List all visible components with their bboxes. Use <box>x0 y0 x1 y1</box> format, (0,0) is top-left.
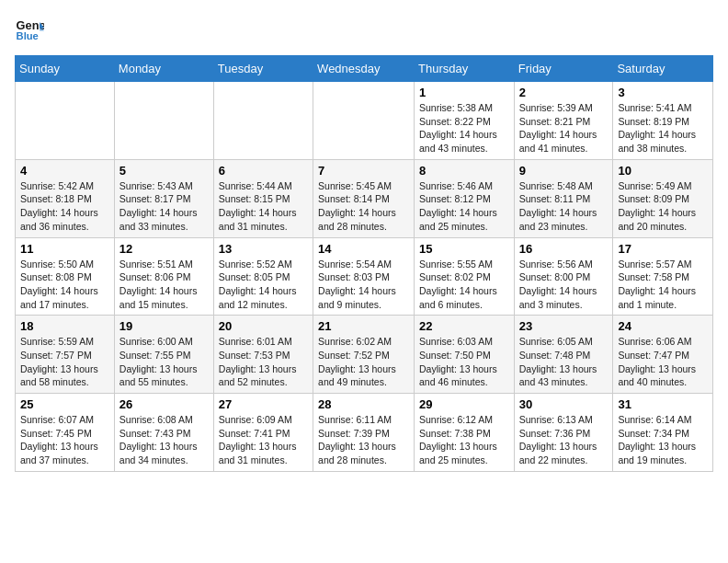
day-cell: 20Sunrise: 6:01 AM Sunset: 7:53 PM Dayli… <box>213 316 313 394</box>
day-cell: 27Sunrise: 6:09 AM Sunset: 7:41 PM Dayli… <box>213 394 313 472</box>
day-info: Sunrise: 6:11 AM Sunset: 7:39 PM Dayligh… <box>318 413 409 467</box>
day-number: 5 <box>119 164 209 178</box>
day-cell: 10Sunrise: 5:49 AM Sunset: 8:09 PM Dayli… <box>613 159 713 237</box>
calendar-table: SundayMondayTuesdayWednesdayThursdayFrid… <box>15 55 713 472</box>
day-info: Sunrise: 6:14 AM Sunset: 7:34 PM Dayligh… <box>618 413 708 467</box>
week-row-1: 4Sunrise: 5:42 AM Sunset: 8:18 PM Daylig… <box>16 159 713 237</box>
header-tuesday: Tuesday <box>213 56 313 82</box>
week-row-4: 25Sunrise: 6:07 AM Sunset: 7:45 PM Dayli… <box>16 394 713 472</box>
day-info: Sunrise: 6:03 AM Sunset: 7:50 PM Dayligh… <box>419 335 509 389</box>
day-info: Sunrise: 6:01 AM Sunset: 7:53 PM Dayligh… <box>219 335 308 389</box>
day-info: Sunrise: 6:00 AM Sunset: 7:55 PM Dayligh… <box>119 335 209 389</box>
day-info: Sunrise: 5:44 AM Sunset: 8:15 PM Dayligh… <box>219 179 308 234</box>
day-cell: 5Sunrise: 5:43 AM Sunset: 8:17 PM Daylig… <box>114 159 213 237</box>
day-number: 9 <box>519 164 609 178</box>
day-number: 15 <box>419 242 509 256</box>
day-number: 20 <box>219 319 308 333</box>
day-cell <box>16 82 115 160</box>
day-cell: 9Sunrise: 5:48 AM Sunset: 8:11 PM Daylig… <box>514 159 613 237</box>
day-number: 22 <box>419 319 509 333</box>
day-info: Sunrise: 5:41 AM Sunset: 8:19 PM Dayligh… <box>618 101 708 155</box>
day-number: 28 <box>318 397 409 411</box>
day-number: 16 <box>519 242 609 256</box>
day-info: Sunrise: 6:09 AM Sunset: 7:41 PM Dayligh… <box>219 413 308 467</box>
day-number: 23 <box>519 319 609 333</box>
day-cell: 15Sunrise: 5:55 AM Sunset: 8:02 PM Dayli… <box>415 237 515 316</box>
day-number: 2 <box>519 86 609 99</box>
svg-text:Blue: Blue <box>17 30 39 41</box>
day-cell: 31Sunrise: 6:14 AM Sunset: 7:34 PM Dayli… <box>613 394 713 472</box>
header-wednesday: Wednesday <box>313 56 415 82</box>
day-cell: 19Sunrise: 6:00 AM Sunset: 7:55 PM Dayli… <box>114 316 213 394</box>
day-cell <box>213 82 313 160</box>
day-info: Sunrise: 6:02 AM Sunset: 7:52 PM Dayligh… <box>318 335 409 389</box>
day-number: 25 <box>20 397 109 411</box>
day-info: Sunrise: 5:39 AM Sunset: 8:21 PM Dayligh… <box>519 101 609 155</box>
day-number: 8 <box>419 164 509 178</box>
day-info: Sunrise: 5:56 AM Sunset: 8:00 PM Dayligh… <box>519 258 609 312</box>
day-info: Sunrise: 5:52 AM Sunset: 8:05 PM Dayligh… <box>219 258 308 312</box>
day-info: Sunrise: 6:07 AM Sunset: 7:45 PM Dayligh… <box>20 413 109 467</box>
day-number: 4 <box>20 164 109 178</box>
header-sunday: Sunday <box>16 56 115 82</box>
day-info: Sunrise: 5:38 AM Sunset: 8:22 PM Dayligh… <box>419 101 509 155</box>
day-cell <box>114 82 213 160</box>
day-info: Sunrise: 6:05 AM Sunset: 7:48 PM Dayligh… <box>519 335 609 389</box>
day-number: 12 <box>119 242 209 256</box>
day-cell: 30Sunrise: 6:13 AM Sunset: 7:36 PM Dayli… <box>514 394 613 472</box>
logo-icon: General Blue <box>15 15 44 44</box>
day-number: 14 <box>318 242 409 256</box>
day-cell: 7Sunrise: 5:45 AM Sunset: 8:14 PM Daylig… <box>313 159 415 237</box>
day-cell: 22Sunrise: 6:03 AM Sunset: 7:50 PM Dayli… <box>415 316 515 394</box>
header-monday: Monday <box>114 56 213 82</box>
day-info: Sunrise: 5:54 AM Sunset: 8:03 PM Dayligh… <box>318 258 409 312</box>
day-cell: 23Sunrise: 6:05 AM Sunset: 7:48 PM Dayli… <box>514 316 613 394</box>
day-number: 30 <box>519 397 609 411</box>
day-cell: 8Sunrise: 5:46 AM Sunset: 8:12 PM Daylig… <box>415 159 515 237</box>
day-number: 6 <box>219 164 308 178</box>
header-friday: Friday <box>514 56 613 82</box>
day-cell: 12Sunrise: 5:51 AM Sunset: 8:06 PM Dayli… <box>114 237 213 316</box>
day-info: Sunrise: 5:42 AM Sunset: 8:18 PM Dayligh… <box>20 179 109 234</box>
day-number: 24 <box>618 319 708 333</box>
day-cell: 21Sunrise: 6:02 AM Sunset: 7:52 PM Dayli… <box>313 316 415 394</box>
header: General Blue <box>15 15 713 44</box>
day-info: Sunrise: 5:51 AM Sunset: 8:06 PM Dayligh… <box>119 258 209 312</box>
day-cell: 18Sunrise: 5:59 AM Sunset: 7:57 PM Dayli… <box>16 316 115 394</box>
day-cell: 13Sunrise: 5:52 AM Sunset: 8:05 PM Dayli… <box>213 237 313 316</box>
day-cell: 14Sunrise: 5:54 AM Sunset: 8:03 PM Dayli… <box>313 237 415 316</box>
day-cell: 29Sunrise: 6:12 AM Sunset: 7:38 PM Dayli… <box>415 394 515 472</box>
day-cell: 25Sunrise: 6:07 AM Sunset: 7:45 PM Dayli… <box>16 394 115 472</box>
header-saturday: Saturday <box>613 56 713 82</box>
day-cell: 24Sunrise: 6:06 AM Sunset: 7:47 PM Dayli… <box>613 316 713 394</box>
day-number: 19 <box>119 319 209 333</box>
day-cell: 17Sunrise: 5:57 AM Sunset: 7:58 PM Dayli… <box>613 237 713 316</box>
day-info: Sunrise: 6:12 AM Sunset: 7:38 PM Dayligh… <box>419 413 509 467</box>
day-cell: 2Sunrise: 5:39 AM Sunset: 8:21 PM Daylig… <box>514 82 613 160</box>
day-cell <box>313 82 415 160</box>
day-cell: 28Sunrise: 6:11 AM Sunset: 7:39 PM Dayli… <box>313 394 415 472</box>
day-info: Sunrise: 6:06 AM Sunset: 7:47 PM Dayligh… <box>618 335 708 389</box>
calendar-header-row: SundayMondayTuesdayWednesdayThursdayFrid… <box>16 56 713 82</box>
day-cell: 6Sunrise: 5:44 AM Sunset: 8:15 PM Daylig… <box>213 159 313 237</box>
day-info: Sunrise: 5:43 AM Sunset: 8:17 PM Dayligh… <box>119 179 209 234</box>
day-info: Sunrise: 5:50 AM Sunset: 8:08 PM Dayligh… <box>20 258 109 312</box>
week-row-3: 18Sunrise: 5:59 AM Sunset: 7:57 PM Dayli… <box>16 316 713 394</box>
day-info: Sunrise: 6:13 AM Sunset: 7:36 PM Dayligh… <box>519 413 609 467</box>
logo: General Blue <box>15 15 48 44</box>
day-cell: 26Sunrise: 6:08 AM Sunset: 7:43 PM Dayli… <box>114 394 213 472</box>
day-number: 1 <box>419 86 509 99</box>
week-row-2: 11Sunrise: 5:50 AM Sunset: 8:08 PM Dayli… <box>16 237 713 316</box>
day-cell: 3Sunrise: 5:41 AM Sunset: 8:19 PM Daylig… <box>613 82 713 160</box>
day-number: 21 <box>318 319 409 333</box>
day-info: Sunrise: 5:59 AM Sunset: 7:57 PM Dayligh… <box>20 335 109 389</box>
day-info: Sunrise: 5:48 AM Sunset: 8:11 PM Dayligh… <box>519 179 609 234</box>
day-cell: 4Sunrise: 5:42 AM Sunset: 8:18 PM Daylig… <box>16 159 115 237</box>
day-number: 27 <box>219 397 308 411</box>
day-info: Sunrise: 6:08 AM Sunset: 7:43 PM Dayligh… <box>119 413 209 467</box>
day-info: Sunrise: 5:49 AM Sunset: 8:09 PM Dayligh… <box>618 179 708 234</box>
day-cell: 11Sunrise: 5:50 AM Sunset: 8:08 PM Dayli… <box>16 237 115 316</box>
day-number: 10 <box>618 164 708 178</box>
day-number: 18 <box>20 319 109 333</box>
day-info: Sunrise: 5:46 AM Sunset: 8:12 PM Dayligh… <box>419 179 509 234</box>
